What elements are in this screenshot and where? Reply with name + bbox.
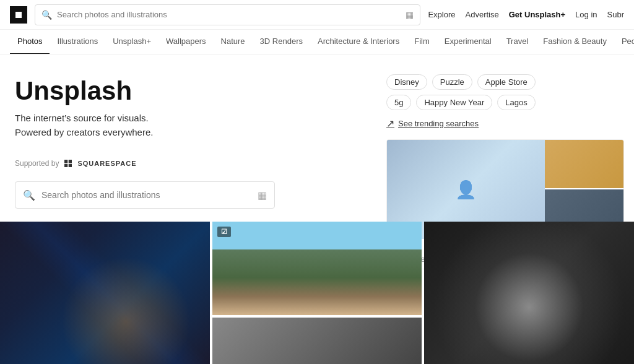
supported-by-label: Supported by (15, 159, 59, 168)
chips-row-2: 5g Happy New Year Lagos (386, 95, 622, 110)
hero-section: Unsplash The internet’s source for visua… (0, 54, 353, 219)
top-search-input[interactable] (57, 10, 401, 19)
chips-row-1: Disney Puzzle Apple Store (386, 74, 622, 90)
hero-subtitle: The internet’s source for visuals. Power… (15, 111, 338, 139)
chip-apple-store[interactable]: Apple Store (477, 74, 536, 90)
svg-rect-0 (64, 160, 67, 163)
unsplash-logo[interactable] (10, 6, 27, 24)
photo-col-2: ☑ (212, 222, 422, 364)
trending-searches-link[interactable]: ↗ See trending searches (379, 110, 629, 129)
chip-puzzle[interactable]: Puzzle (432, 74, 472, 90)
cat-item-travel[interactable]: Travel (499, 30, 536, 54)
photo-col-3 (424, 222, 634, 364)
search-icon: 🔍 (41, 10, 52, 20)
top-navigation: 🔍 ▦ Explore Advertise Get Unsplash+ Log … (0, 0, 634, 30)
cat-item-illustrations[interactable]: Illustrations (50, 30, 105, 54)
photo-person-small[interactable] (212, 318, 422, 364)
collection-top-image (545, 140, 623, 189)
hero-subtitle-line2: Powered by creators everywhere. (15, 127, 153, 137)
svg-rect-1 (69, 160, 72, 163)
cat-item-fashion[interactable]: Fashion & Beauty (536, 30, 614, 54)
squarespace-icon (63, 158, 74, 169)
trending-icon: ↗ (386, 118, 394, 129)
photo-circuit-board[interactable] (0, 222, 210, 364)
hero-search-input[interactable] (41, 190, 251, 200)
cat-item-unsplash-plus[interactable]: Unsplash+ (105, 30, 158, 54)
trending-label: See trending searches (398, 119, 479, 128)
hero-search-icon: 🔍 (23, 189, 35, 201)
photo-house[interactable]: ☑ (212, 222, 422, 315)
chip-5g[interactable]: 5g (386, 95, 411, 110)
chips-section: Disney Puzzle Apple Store 5g Happy New Y… (379, 64, 629, 110)
hero-subtitle-line1: The internet’s source for visuals. (15, 113, 149, 123)
cat-item-nature[interactable]: Nature (214, 30, 253, 54)
photo-grid: ☑ (0, 222, 634, 364)
cat-item-wallpapers[interactable]: Wallpapers (158, 30, 214, 54)
category-navigation: Photos Illustrations Unsplash+ Wallpaper… (0, 30, 634, 54)
nav-links: Explore Advertise Get Unsplash+ Log in S… (428, 10, 624, 19)
cat-item-film[interactable]: Film (407, 30, 437, 54)
main-content: Unsplash The internet’s source for visua… (0, 54, 634, 364)
cat-item-3d-renders[interactable]: 3D Renders (253, 30, 310, 54)
hero-camera-icon[interactable]: ▦ (258, 189, 267, 201)
photo-col-1 (0, 222, 210, 364)
cat-item-architecture[interactable]: Architecture & Interiors (310, 30, 407, 54)
photo-flower[interactable] (424, 222, 634, 364)
cat-item-photos[interactable]: Photos (10, 30, 50, 54)
hero-search-bar[interactable]: 🔍 ▦ (15, 181, 275, 209)
top-search-bar[interactable]: 🔍 ▦ (35, 4, 420, 25)
chip-disney[interactable]: Disney (386, 74, 427, 90)
get-unsplash-plus-link[interactable]: Get Unsplash+ (509, 10, 565, 19)
chip-happy-new-year[interactable]: Happy New Year (416, 95, 492, 110)
cat-item-experimental[interactable]: Experimental (437, 30, 499, 54)
subscribe-button[interactable]: Subr (607, 10, 624, 19)
camera-icon[interactable]: ▦ (406, 10, 414, 20)
chip-lagos[interactable]: Lagos (497, 95, 535, 110)
svg-rect-3 (69, 164, 72, 167)
squarespace-label: SQUARESPACE (77, 160, 136, 167)
hero-title: Unsplash (15, 77, 338, 105)
cat-item-people[interactable]: People (614, 30, 634, 54)
svg-rect-2 (64, 164, 67, 167)
login-button[interactable]: Log in (575, 10, 597, 19)
supported-by: Supported by SQUARESPACE (15, 158, 338, 169)
explore-link[interactable]: Explore (428, 10, 455, 19)
advertise-link[interactable]: Advertise (466, 10, 499, 19)
